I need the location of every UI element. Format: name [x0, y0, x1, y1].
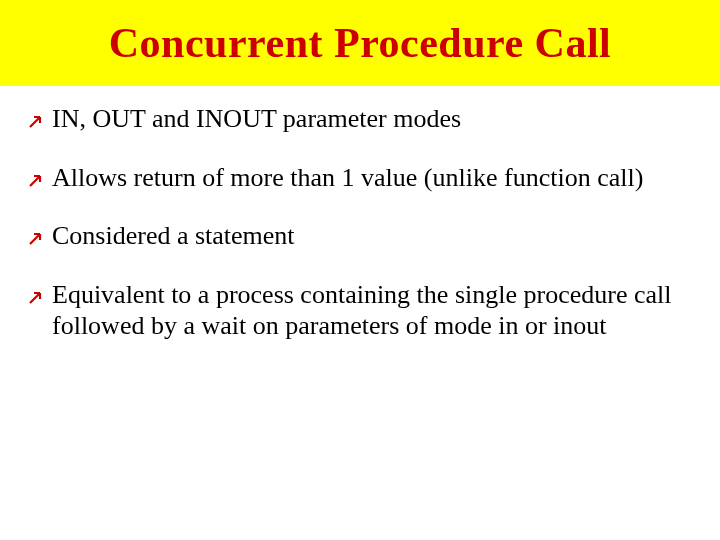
bullet-text: IN, OUT and INOUT parameter modes — [52, 104, 461, 135]
bullet-text: Allows return of more than 1 value (unli… — [52, 163, 643, 194]
list-item: IN, OUT and INOUT parameter modes — [28, 104, 692, 135]
upright-arrow-icon — [28, 230, 44, 246]
list-item: Considered a statement — [28, 221, 692, 252]
upright-arrow-icon — [28, 289, 44, 305]
upright-arrow-icon — [28, 113, 44, 129]
bullet-text: Considered a statement — [52, 221, 295, 252]
page-title: Concurrent Procedure Call — [109, 19, 611, 67]
upright-arrow-icon — [28, 172, 44, 188]
list-item: Equivalent to a process containing the s… — [28, 280, 692, 341]
title-bar: Concurrent Procedure Call — [0, 0, 720, 86]
list-item: Allows return of more than 1 value (unli… — [28, 163, 692, 194]
content-area: IN, OUT and INOUT parameter modes Allows… — [0, 86, 720, 341]
bullet-text: Equivalent to a process containing the s… — [52, 280, 692, 341]
